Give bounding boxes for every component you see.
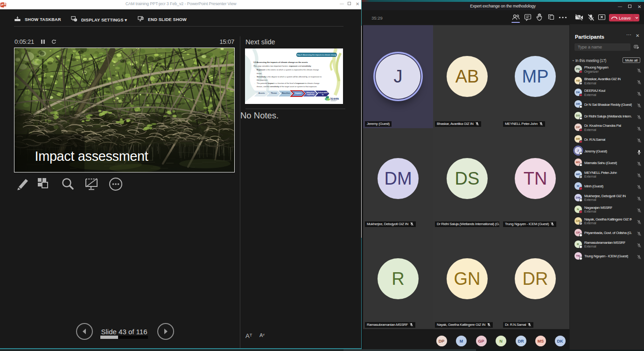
svg-text:icem: icem — [330, 96, 339, 101]
